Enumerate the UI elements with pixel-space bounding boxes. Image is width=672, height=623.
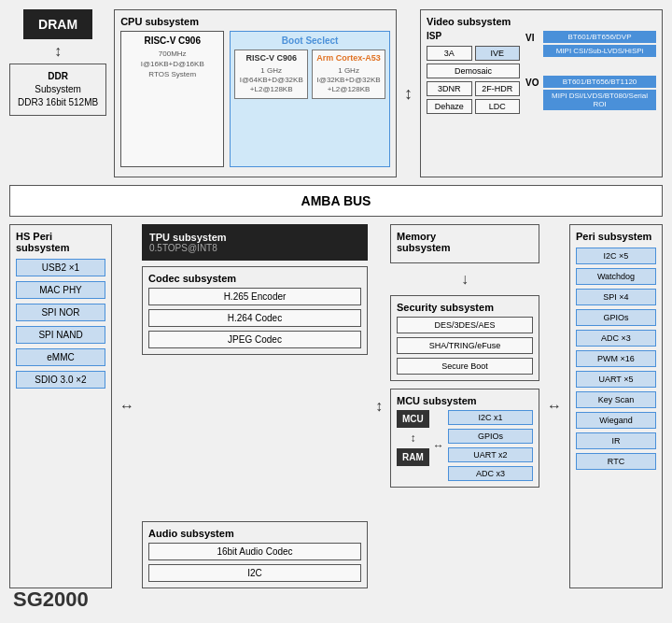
isp-row3: 3DNR 2F-HDR xyxy=(427,81,520,96)
isp-row4: Dehaze LDC xyxy=(427,99,520,114)
ddr-title: DDR xyxy=(18,70,98,83)
mcu-right-arrow: ↔ xyxy=(433,439,444,452)
hs-arrow: ↔ xyxy=(119,224,134,588)
peri-label: Peri subsystem xyxy=(576,231,656,242)
cpu-subsystem: CPU subsystem RISC-V C906 700MHzI@16KB+D… xyxy=(114,9,397,177)
mcu-inner: MCU ↕ RAM ↔ I2C x1 GPIOs UART x2 ADC x3 xyxy=(397,410,533,481)
dram-box: DRAM xyxy=(23,9,92,39)
cpu-inner: RISC-V C906 700MHzI@16KB+D@16KBRTOS Syst… xyxy=(120,31,390,167)
isp-col: ISP 3A IVE Demosaic 3DNR 2F-HDR Dehaze xyxy=(427,31,520,167)
hs-item-usb2: USB2 ×1 xyxy=(16,259,105,276)
mcu-subsystem-label: MCU subsystem xyxy=(397,395,533,406)
video-subsystem-label: Video subsystem xyxy=(427,16,656,27)
boot-arm-option: Arm Cortex-A53 1 GHzI@32KB+D@32KB+L2@128… xyxy=(312,50,385,99)
memory-subsystem: Memorysubsystem xyxy=(390,224,539,263)
mcu-subsystem: MCU subsystem MCU ↕ RAM ↔ I2C x1 GPIOs U… xyxy=(390,389,539,488)
top-arrow-spacer: ↕ xyxy=(404,9,413,177)
isp-row1: 3A IVE xyxy=(427,46,520,61)
sg2000-label: SG2000 xyxy=(13,588,89,612)
mem-arrow: ↓ xyxy=(390,271,539,288)
vi-label: VI xyxy=(525,33,540,43)
ddr-subtitle: Subsystem xyxy=(18,83,98,96)
hs-item-emmc: eMMC xyxy=(16,348,105,366)
cell-dehaze: Dehaze xyxy=(427,99,472,114)
diagram: DRAM ↕ DDR Subsystem DDR3 16bit 512MB CP… xyxy=(0,0,672,623)
amba-bus: AMBA BUS xyxy=(9,185,663,217)
cell-3a: 3A xyxy=(427,46,472,61)
cell-demosaic: Demosaic xyxy=(427,64,520,78)
codec-h265: H.265 Encoder xyxy=(148,288,361,305)
top-section: DRAM ↕ DDR Subsystem DDR3 16bit 512MB CP… xyxy=(9,9,663,177)
mcu-arrow: ↕ xyxy=(410,432,415,445)
peri-spi: SPI ×4 xyxy=(576,289,656,305)
peri-uart: UART ×5 xyxy=(576,371,656,388)
peri-subsystem: Peri subsystem I2C ×5 Watchdog SPI ×4 GP… xyxy=(569,224,663,588)
cell-ldc: LDC xyxy=(475,99,521,114)
mcu-gpio: GPIOs xyxy=(448,429,533,444)
middle-col: TPU subsystem 0.5TOPS@INT8 Codec subsyst… xyxy=(142,224,368,588)
riscv-c906-box: RISC-V C906 700MHzI@16KB+D@16KBRTOS Syst… xyxy=(120,31,224,167)
hs-item-spinand: SPI NAND xyxy=(16,326,105,344)
video-inner: ISP 3A IVE Demosaic 3DNR 2F-HDR Dehaze xyxy=(427,31,656,167)
vi-vo-col: VI BT601/BT656/DVP MIPI CSI/Sub-LVDS/HiS… xyxy=(525,31,656,167)
tpu-subsystem: TPU subsystem 0.5TOPS@INT8 xyxy=(142,224,368,261)
mcu-i2c: I2C x1 xyxy=(448,410,533,425)
ddr-spec: DDR3 16bit 512MB xyxy=(18,96,98,109)
audio-items: 16bit Audio Codec I2C xyxy=(148,543,361,582)
ddr-subsystem-box: DDR Subsystem DDR3 16bit 512MB xyxy=(9,64,106,116)
boot-select-title: Boot Seclect xyxy=(234,35,385,46)
vi-options: BT601/BT656/DVP MIPI CSI/Sub-LVDS/HiSPi xyxy=(543,31,656,57)
peri-rtc: RTC xyxy=(576,453,656,470)
memory-label: Memorysubsystem xyxy=(397,231,533,253)
peri-items: I2C ×5 Watchdog SPI ×4 GPIOs ADC ×3 PWM … xyxy=(576,248,656,470)
hs-peri-label: HS Peri subsystem xyxy=(16,231,105,253)
cell-3dnr: 3DNR xyxy=(427,81,472,96)
vo-label: VO xyxy=(525,78,540,88)
peri-ir: IR xyxy=(576,432,656,449)
middle-arrow: ↕ xyxy=(375,224,383,588)
mcu-chip: MCU xyxy=(397,410,429,428)
boot-riscv-option: RISC-V C906 1 GHzI@64KB+D@32KB+L2@128KB xyxy=(234,50,308,99)
peri-arrow: ↔ xyxy=(547,224,562,588)
codec-h264: H.264 Codec xyxy=(148,309,361,327)
cell-2fhdr: 2F-HDR xyxy=(475,81,521,96)
video-subsystem: Video subsystem ISP 3A IVE Demosaic 3DNR… xyxy=(420,9,663,177)
peri-i2c: I2C ×5 xyxy=(576,248,656,264)
vi-chip1: BT601/BT656/DVP xyxy=(543,31,656,43)
mcu-right: I2C x1 GPIOs UART x2 ADC x3 xyxy=(448,410,533,481)
vo-chip2: MIPI DSI/LVDS/BT080/Serial ROI xyxy=(543,90,656,110)
boot-riscv-name: RISC-V C906 xyxy=(239,53,303,64)
audio-i2c: I2C xyxy=(148,564,361,582)
codec-items: H.265 Encoder H.264 Codec JPEG Codec xyxy=(148,288,361,348)
peri-gpio: GPIOs xyxy=(576,309,656,326)
mem-sec-col: Memorysubsystem ↓ Security subsystem DES… xyxy=(390,224,539,588)
peri-wiegand: Wiegand xyxy=(576,412,656,429)
peri-pwm: PWM ×16 xyxy=(576,350,656,367)
vo-row: VO BT601/BT656/BT1120 MIPI DSI/LVDS/BT08… xyxy=(525,76,656,110)
peri-watchdog: Watchdog xyxy=(576,268,656,285)
hs-peri-subsystem: HS Peri subsystem USB2 ×1 MAC PHY SPI NO… xyxy=(9,224,112,588)
isp-label: ISP xyxy=(427,31,520,41)
security-boot: Secure Boot xyxy=(397,358,533,375)
boot-riscv-spec: 1 GHzI@64KB+D@32KB+L2@128KB xyxy=(239,66,303,95)
audio-codec: 16bit Audio Codec xyxy=(148,543,361,560)
isp-row2: Demosaic xyxy=(427,64,520,78)
mcu-uart: UART x2 xyxy=(448,447,533,462)
audio-label: Audio subsystem xyxy=(148,528,361,539)
hs-peri-items: USB2 ×1 MAC PHY SPI NOR SPI NAND eMMC SD… xyxy=(16,259,105,389)
boot-arm-spec: 1 GHzI@32KB+D@32KB+L2@128KB xyxy=(316,66,381,95)
security-sha: SHA/TRING/eFuse xyxy=(397,337,533,354)
mcu-left: MCU ↕ RAM xyxy=(397,410,429,481)
codec-jpeg: JPEG Codec xyxy=(148,331,361,348)
vi-row: VI BT601/BT656/DVP MIPI CSI/Sub-LVDS/HiS… xyxy=(525,31,656,57)
security-des: DES/3DES/AES xyxy=(397,317,533,333)
vo-options: BT601/BT656/BT1120 MIPI DSI/LVDS/BT080/S… xyxy=(543,76,656,110)
bottom-section: HS Peri subsystem USB2 ×1 MAC PHY SPI NO… xyxy=(9,224,663,588)
riscv-spec: 700MHzI@16KB+D@16KBRTOS System xyxy=(125,49,219,80)
ram-chip: RAM xyxy=(397,448,429,466)
audio-subsystem: Audio subsystem 16bit Audio Codec I2C xyxy=(142,521,368,588)
boot-inner: RISC-V C906 1 GHzI@64KB+D@32KB+L2@128KB … xyxy=(234,50,385,99)
cell-ive: IVE xyxy=(475,46,521,61)
mcu-adc: ADC x3 xyxy=(448,466,533,481)
vo-chip1: BT601/BT656/BT1120 xyxy=(543,76,656,88)
